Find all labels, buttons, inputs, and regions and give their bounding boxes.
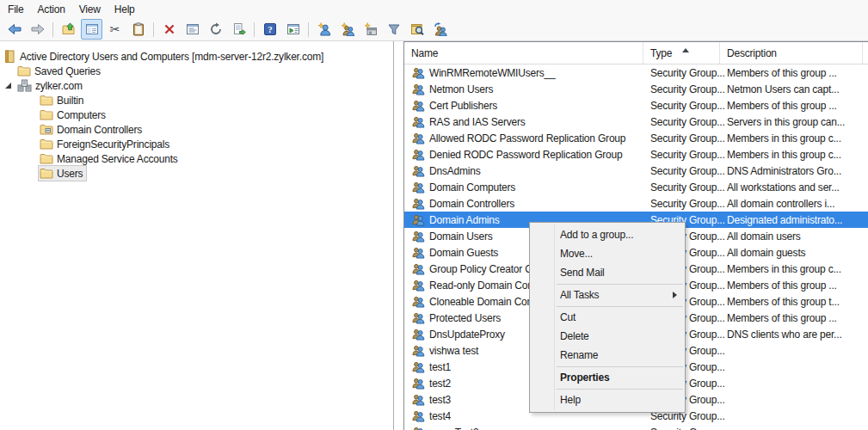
- context-menu-item-send-mail[interactable]: Send Mail: [530, 263, 685, 282]
- tree-item-label: Saved Queries: [34, 65, 101, 77]
- refresh-icon: [209, 22, 223, 36]
- list-row[interactable]: Domain ControllersSecurity Group...All d…: [404, 195, 868, 212]
- new-window-button[interactable]: [282, 19, 304, 40]
- folder-icon: [40, 138, 53, 150]
- back-button[interactable]: [3, 19, 25, 40]
- object-name-cell: DnsAdmins: [404, 163, 643, 179]
- group-icon: [412, 263, 425, 275]
- context-menu-item-properties[interactable]: Properties: [530, 368, 685, 387]
- domain-icon: [17, 79, 32, 92]
- expander-icon[interactable]: [4, 82, 12, 89]
- up-one-level-button[interactable]: [58, 19, 79, 40]
- object-name: test1: [429, 361, 451, 373]
- object-type: Security Group...: [643, 114, 720, 130]
- object-description: All workstations and ser...: [720, 179, 863, 195]
- object-description: Members of this group t...: [720, 293, 863, 310]
- object-name: Domain Controllers: [429, 198, 514, 210]
- new-ou-button[interactable]: [360, 19, 381, 40]
- group-icon: [412, 230, 425, 243]
- list-row[interactable]: Allowed RODC Password Replication GroupS…: [404, 130, 868, 146]
- list-row[interactable]: Denied RODC Password Replication GroupSe…: [404, 146, 868, 163]
- list-row[interactable]: Cert PublishersSecurity Group...Members …: [404, 97, 868, 114]
- folder-icon: [40, 167, 53, 180]
- tree-item-active-directory-users-and-computers-mdm-server-12r2-zylker-com[interactable]: Active Directory Users and Computers [md…: [0, 49, 393, 64]
- tree-item-builtin[interactable]: Builtin: [0, 93, 393, 108]
- object-name: test4: [429, 410, 451, 422]
- svg-text:?: ?: [268, 24, 272, 34]
- tree-item-zylker-com[interactable]: zylker.com: [0, 78, 393, 93]
- new-user-button[interactable]: [313, 19, 335, 40]
- export-list-button[interactable]: [228, 19, 249, 40]
- object-name-cell: Domain Computers: [404, 179, 643, 195]
- new-group-icon: [341, 22, 354, 36]
- context-menu-item-help[interactable]: Help: [530, 390, 685, 409]
- column-header-description[interactable]: Description: [720, 42, 863, 64]
- context-menu-item-label: Cut: [560, 311, 576, 323]
- tree-item-domain-controllers[interactable]: Domain Controllers: [0, 122, 393, 137]
- context-menu-separator: [557, 389, 683, 390]
- column-header-label: Name: [411, 47, 438, 59]
- object-type: Security Group...: [643, 179, 720, 195]
- folder-dc-icon: [40, 123, 53, 136]
- filter-icon: [387, 22, 401, 36]
- help-icon: ?: [263, 22, 277, 36]
- new-group-button[interactable]: [336, 19, 358, 40]
- context-menu-item-add-to-a-group[interactable]: Add to a group...: [530, 225, 685, 244]
- object-description: [720, 342, 863, 359]
- context-menu-item-label: Delete: [560, 330, 589, 342]
- group-icon: [412, 100, 425, 112]
- context-menu-item-all-tasks[interactable]: All Tasks: [530, 286, 685, 304]
- object-name-cell: RAS and IAS Servers: [404, 114, 643, 130]
- group-icon: [412, 312, 425, 324]
- show-console-tree-button[interactable]: [81, 19, 102, 40]
- object-name: Cert Publishers: [429, 100, 497, 112]
- object-name: WinRMRemoteWMIUsers__: [429, 67, 556, 79]
- paste-button[interactable]: [127, 19, 149, 40]
- list-row[interactable]: RAS and IAS ServersSecurity Group...Serv…: [404, 114, 868, 130]
- add-to-group-button[interactable]: [429, 19, 451, 40]
- column-header-name[interactable]: Name: [404, 42, 643, 64]
- context-menu-item-delete[interactable]: Delete: [530, 327, 685, 346]
- list-row[interactable]: Netmon UsersSecurity Group...Netmon User…: [404, 81, 868, 97]
- context-menu-item-label: Help: [560, 394, 581, 406]
- menu-view[interactable]: View: [72, 0, 108, 18]
- menu-file[interactable]: File: [1, 0, 31, 18]
- list-row[interactable]: Domain ComputersSecurity Group...All wor…: [404, 179, 868, 195]
- properties-button[interactable]: [182, 19, 203, 40]
- list-row[interactable]: DnsAdminsSecurity Group...DNS Administra…: [404, 163, 868, 179]
- object-description: [720, 424, 863, 430]
- list-row[interactable]: groupTest2Security Group...: [404, 424, 868, 430]
- group-icon: [412, 345, 425, 357]
- object-type: Security Group...: [643, 163, 720, 179]
- object-description: All domain controllers i...: [720, 195, 863, 212]
- context-menu-item-cut[interactable]: Cut: [530, 308, 685, 327]
- object-name: vishwa test: [429, 345, 478, 357]
- tree-item-foreignsecurityprincipals[interactable]: ForeignSecurityPrincipals: [0, 137, 393, 151]
- new-user-icon: [317, 22, 331, 36]
- context-menu-item-label: All Tasks: [560, 289, 599, 301]
- forward-button[interactable]: [27, 19, 48, 40]
- object-name-cell: groupTest2: [404, 424, 643, 430]
- menu-action[interactable]: Action: [31, 0, 72, 18]
- filter-button[interactable]: [383, 19, 404, 40]
- refresh-button[interactable]: [205, 19, 226, 40]
- context-menu-item-move[interactable]: Move...: [530, 244, 685, 263]
- tree-item-users[interactable]: Users: [0, 166, 393, 181]
- find-icon: [410, 22, 424, 36]
- tree-item-label: Active Directory Users and Computers [md…: [20, 51, 323, 63]
- menu-help[interactable]: Help: [108, 0, 142, 18]
- help-button[interactable]: ?: [259, 19, 280, 40]
- tree-item-saved-queries[interactable]: Saved Queries: [0, 64, 393, 78]
- group-icon: [412, 329, 425, 341]
- tree-item-managed-service-accounts[interactable]: Managed Service Accounts: [0, 151, 393, 166]
- cut-button[interactable]: ✂: [104, 19, 126, 40]
- list-header: NameTypeDescription: [404, 42, 868, 64]
- context-menu-item-rename[interactable]: Rename: [530, 346, 685, 365]
- column-header-type[interactable]: Type: [643, 42, 720, 64]
- object-description: Members of this group ...: [720, 277, 863, 293]
- find-button[interactable]: [406, 19, 428, 40]
- list-row[interactable]: WinRMRemoteWMIUsers__Security Group...Me…: [404, 64, 868, 81]
- group-icon: [412, 116, 425, 128]
- tree-item-computers[interactable]: Computers: [0, 108, 393, 122]
- delete-button[interactable]: [158, 19, 180, 40]
